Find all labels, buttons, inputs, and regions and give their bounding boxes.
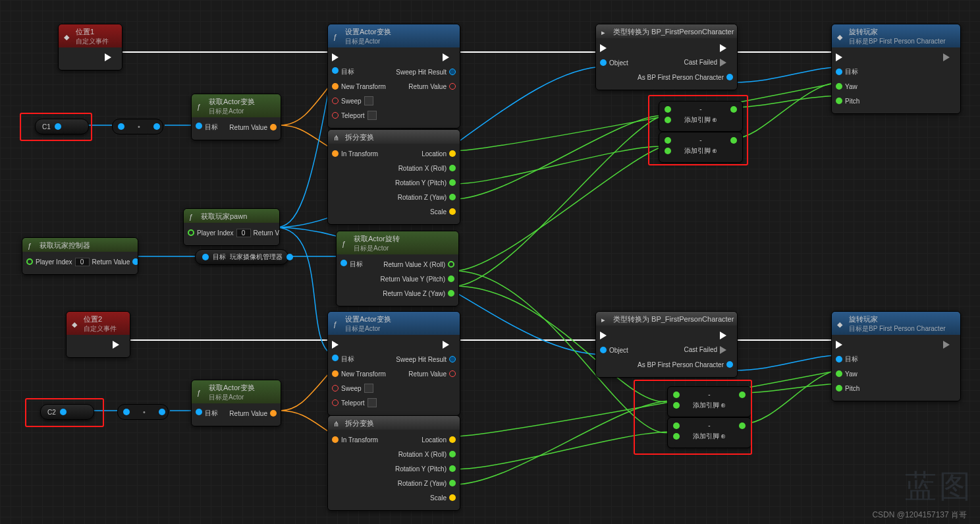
camera-manager[interactable]: 目标玩家摄像机管理器: [195, 249, 288, 265]
func-icon: ƒ: [342, 240, 350, 248]
subtract-node-1a[interactable]: - 添加引脚 ⊕: [659, 101, 743, 132]
pin-loc[interactable]: [449, 150, 456, 157]
event-icon: ◆: [837, 320, 845, 328]
set-actor-transform-2[interactable]: ƒ设置Actor变换目标是Actor 目标Sweep Hit Result Ne…: [327, 311, 460, 416]
var-c2[interactable]: C2: [40, 404, 94, 420]
node-title: 旋转玩家: [849, 314, 946, 324]
watermark-logo: 蓝图: [905, 465, 973, 508]
subtract-node-2a[interactable]: - 添加引脚 ⊕: [667, 386, 751, 417]
pin-target[interactable]: [332, 67, 339, 74]
subtract-node-2b[interactable]: - 添加引脚 ⊕: [667, 417, 751, 448]
event-pos2[interactable]: ◆位置2自定义事件: [66, 311, 130, 358]
set-actor-transform-1[interactable]: ƒ设置Actor变换目标是Actor 目标Sweep Hit Result Ne…: [327, 24, 460, 129]
pin-ret[interactable]: [132, 258, 138, 265]
cast-icon: ▸: [601, 316, 609, 324]
pin-ret[interactable]: [449, 83, 456, 90]
pin-ret[interactable]: [270, 124, 277, 131]
cast-node-2[interactable]: ▸类型转换为 BP_FirstPersonCharacter ObjectCas…: [595, 311, 738, 378]
pin-scale[interactable]: [449, 208, 456, 215]
exec-fail[interactable]: [720, 59, 733, 67]
node-sub: 目标是Actor: [345, 324, 391, 334]
node-title: 类型转换为 BP_FirstPersonCharacter: [613, 314, 734, 324]
node-sub: 目标是Actor: [209, 393, 255, 402]
reroute-c2[interactable]: •: [117, 404, 169, 420]
node-title: 设置Actor变换: [345, 27, 391, 37]
pin-target[interactable]: [196, 123, 202, 129]
exec-out[interactable]: [720, 44, 733, 52]
event-icon: ◆: [72, 320, 80, 328]
pin-ry[interactable]: [448, 276, 454, 282]
node-title: 获取Actor变换: [209, 97, 255, 107]
node-title: 拆分变换: [345, 132, 374, 142]
pin-object[interactable]: [600, 59, 607, 66]
cast-icon: ▸: [601, 28, 609, 36]
exec-in[interactable]: [836, 53, 849, 61]
pin-sweep[interactable]: [332, 98, 339, 104]
node-title: 获取玩家pawn: [201, 212, 247, 221]
node-title: 类型转换为 BP_FirstPersonCharacter: [613, 27, 734, 37]
node-title: 获取Actor变换: [209, 383, 255, 393]
func-icon: ƒ: [189, 213, 197, 221]
pin-ry[interactable]: [449, 179, 456, 186]
pin-yaw[interactable]: [836, 83, 842, 90]
node-sub: 目标是BP First Person Character: [849, 37, 946, 46]
node-title: 旋转玩家: [849, 27, 946, 37]
node-sub: 自定义事件: [76, 37, 109, 46]
event-icon: ◆: [837, 33, 845, 41]
get-actor-transform-1[interactable]: ƒ获取Actor变换目标是Actor 目标Return Value: [191, 94, 281, 140]
rotate-player-1[interactable]: ◆旋转玩家目标是BP First Person Character 目标 Yaw…: [831, 24, 961, 114]
event-icon: ◆: [64, 33, 72, 41]
exec-out[interactable]: [113, 341, 126, 349]
pin-target[interactable]: [836, 69, 842, 75]
get-actor-transform-2[interactable]: ƒ获取Actor变换目标是Actor 目标Return Value: [191, 380, 281, 426]
get-player-controller[interactable]: ƒ获取玩家控制器 Player Index0Return Value: [22, 237, 138, 275]
func-icon: ƒ: [333, 33, 341, 41]
break-icon: ⋔: [333, 420, 341, 428]
exec-out[interactable]: [943, 53, 956, 61]
pin-rz[interactable]: [449, 194, 456, 200]
func-icon: ƒ: [197, 389, 205, 397]
pin-rx[interactable]: [448, 261, 454, 268]
pin-in[interactable]: [332, 150, 339, 157]
break-icon: ⋔: [333, 134, 341, 142]
pin-out[interactable]: [55, 123, 61, 130]
func-icon: ƒ: [197, 103, 205, 111]
get-actor-rotation[interactable]: ƒ获取Actor旋转目标是Actor 目标Return Value X (Rol…: [336, 231, 459, 306]
pin-idx[interactable]: [188, 229, 194, 236]
pin-sweephit[interactable]: [449, 69, 456, 75]
watermark-text: CSDN @1204157137 肖哥: [872, 509, 967, 521]
pin-pitch[interactable]: [836, 98, 842, 104]
cast-node-1[interactable]: ▸类型转换为 BP_FirstPersonCharacter ObjectCas…: [595, 24, 738, 90]
var-c1[interactable]: C1: [35, 119, 89, 134]
event-pos1[interactable]: ◆位置1自定义事件: [58, 24, 122, 71]
pin-rz[interactable]: [448, 290, 454, 297]
node-title: 拆分变换: [345, 419, 374, 428]
exec-out[interactable]: [443, 53, 456, 61]
node-title: 获取Actor旋转: [354, 234, 400, 244]
teleport-check[interactable]: [368, 111, 377, 120]
pin-as[interactable]: [726, 74, 733, 80]
func-icon: ƒ: [28, 242, 36, 250]
node-title: 获取玩家控制器: [40, 241, 90, 250]
pin-teleport[interactable]: [332, 112, 339, 119]
node-title: 位置1: [76, 27, 109, 37]
pin-idx[interactable]: [26, 258, 33, 265]
exec-in[interactable]: [600, 44, 613, 52]
get-player-pawn[interactable]: ƒ获取玩家pawn Player Index0Return Value: [183, 208, 280, 246]
pin-rx[interactable]: [449, 165, 456, 171]
subtract-node-1b[interactable]: - 添加引脚 ⊕: [659, 132, 743, 163]
node-sub: 目标是Actor: [354, 244, 400, 253]
exec-in[interactable]: [332, 53, 345, 61]
func-icon: ƒ: [333, 320, 341, 328]
node-sub: 目标是BP First Person Character: [849, 324, 946, 334]
pin-newtransform[interactable]: [332, 83, 339, 90]
pin-target[interactable]: [340, 260, 347, 266]
sweep-check[interactable]: [364, 96, 373, 105]
reroute-c1[interactable]: •: [112, 119, 163, 134]
rotate-player-2[interactable]: ◆旋转玩家目标是BP First Person Character 目标 Yaw…: [831, 311, 961, 401]
exec-out[interactable]: [105, 53, 118, 61]
break-transform-1[interactable]: ⋔拆分变换 In TransformLocation Rotation X (R…: [327, 129, 460, 225]
break-transform-2[interactable]: ⋔拆分变换 In TransformLocation Rotation X (R…: [327, 415, 460, 511]
node-sub: 目标是Actor: [209, 107, 255, 116]
node-sub: 目标是Actor: [345, 37, 391, 46]
